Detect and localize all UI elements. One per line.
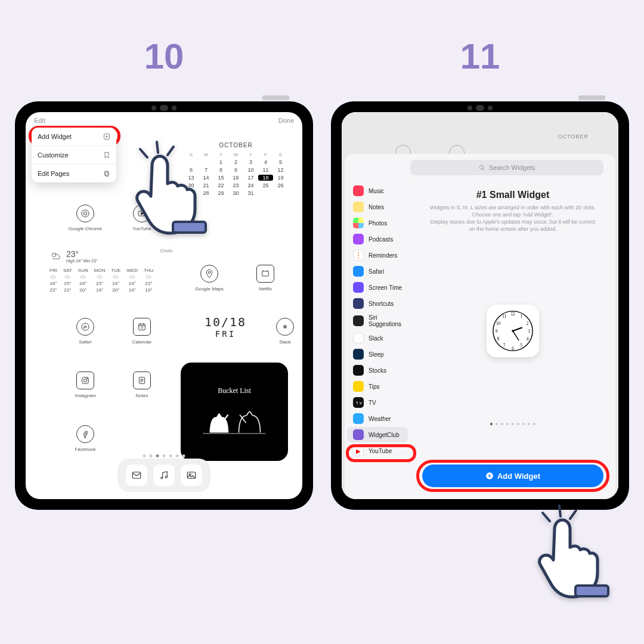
app-safari-label: Safari (61, 339, 109, 345)
app-calendar[interactable]: 31 Calendar (118, 318, 166, 345)
app-list-photos[interactable]: Photos (347, 215, 408, 231)
menu-customize-label: Customize (38, 151, 69, 159)
preview-page-dots[interactable] (422, 423, 603, 425)
app-list-weather[interactable]: Weather (347, 411, 408, 426)
app-netflix[interactable]: Netflix (242, 265, 289, 292)
app-facebook-label: Facebook (61, 447, 109, 452)
svg-text:10: 10 (496, 321, 501, 326)
menu-add-widget-label: Add Widget (38, 133, 72, 140)
app-list-safari[interactable]: Safari (347, 264, 408, 279)
app-chrome[interactable]: Google Chrome (61, 205, 109, 231)
app-list-youtube[interactable]: ▶YouTube (347, 443, 408, 459)
svg-rect-1 (105, 171, 109, 175)
app-list-podcasts[interactable]: Podcasts (347, 231, 408, 247)
svg-point-13 (83, 379, 86, 382)
app-instagram[interactable]: Instagram (61, 371, 109, 398)
app-list-slack[interactable]: ✱Slack (347, 330, 408, 346)
svg-point-14 (87, 378, 88, 379)
app-list-notes[interactable]: Notes (347, 199, 408, 215)
svg-text:6: 6 (512, 346, 514, 351)
app-netflix-label: Netflix (242, 286, 289, 292)
bookmark-icon (103, 151, 110, 159)
menu-add-widget[interactable]: Add Widget (32, 128, 116, 146)
done-label[interactable]: Done (278, 117, 294, 124)
app-list-tv[interactable]: ｔvTV (347, 395, 408, 410)
dock-photos[interactable] (181, 465, 202, 486)
app-instagram-label: Instagram (61, 393, 109, 398)
edit-label[interactable]: Edit (34, 117, 45, 124)
svg-point-41 (512, 330, 514, 332)
app-list-music[interactable]: Music (347, 183, 408, 199)
app-list-sleep[interactable]: Sleep (347, 346, 408, 362)
svg-text:9: 9 (496, 329, 498, 333)
svg-point-17 (161, 477, 163, 479)
hand-cursor-right (519, 501, 620, 605)
app-slack[interactable]: Slack (261, 318, 302, 345)
menu-edit-pages[interactable]: Edit Pages (32, 165, 116, 182)
calendar-widget[interactable]: OCTOBER SMTWTFS1234567891011121314151617… (184, 142, 288, 196)
weather-widget[interactable]: 23° High 24° Min 23° FRI24°23°SAT25°23°S… (49, 249, 181, 293)
clock-widget-preview[interactable]: 123 69 12 45 78 1011 (487, 305, 539, 357)
bucket-list-widget[interactable]: Bucket List (181, 363, 288, 461)
ipad-left: Edit Done Add Widget Customize Edit Page… (15, 101, 313, 510)
app-youtube[interactable]: YouTube (118, 205, 166, 231)
svg-text:8: 8 (497, 336, 500, 341)
bg-month: OCTOBER (558, 134, 589, 140)
add-widget-button[interactable]: Add Widget (422, 465, 603, 487)
app-list-reminders[interactable]: ⋮Reminders (347, 247, 408, 263)
svg-rect-2 (106, 172, 109, 177)
app-slack-label: Slack (261, 339, 302, 345)
context-menu: Add Widget Customize Edit Pages (32, 128, 116, 182)
app-list-shortcuts[interactable]: Shortcuts (347, 296, 408, 311)
step-number-10: 10 (15, 36, 313, 77)
menu-edit-pages-label: Edit Pages (38, 170, 69, 177)
app-list-screen-time[interactable]: Screen Time (347, 280, 408, 295)
weather-location: Chofu (160, 248, 172, 253)
menu-customize[interactable]: Customize (32, 146, 116, 165)
svg-point-3 (82, 210, 89, 217)
preview-desc2: Display issues due to Apple's updates ma… (429, 218, 596, 233)
app-safari[interactable]: Safari (61, 318, 109, 345)
date-value: 10/18 (190, 315, 261, 329)
app-maps[interactable]: Google Maps (185, 265, 233, 292)
widget-app-list[interactable]: MusicNotesPhotosPodcasts⋮RemindersSafari… (345, 154, 410, 499)
svg-line-44 (543, 513, 550, 521)
app-list-tips[interactable]: Tips (347, 379, 408, 394)
add-widget-label: Add Widget (497, 472, 540, 481)
svg-text:7: 7 (503, 343, 506, 348)
app-chrome-label: Google Chrome (61, 226, 109, 231)
app-list-siri-suggestions[interactable]: Siri Suggestions (347, 312, 408, 330)
app-facebook[interactable]: Facebook (61, 425, 109, 452)
widget-sheet: Search Widgets MusicNotesPhotosPodcasts⋮… (345, 154, 615, 499)
ipad-right: OCTOBER Search Widgets MusicNotesPhotosP… (331, 101, 629, 510)
weather-temp: 23° (66, 249, 98, 259)
svg-text:5: 5 (521, 343, 523, 348)
widget-add-icon (103, 133, 110, 140)
app-list-stocks[interactable]: Stocks (347, 363, 408, 378)
app-calendar-label: Calendar (118, 339, 166, 345)
app-notes[interactable]: Notes (118, 371, 166, 398)
date-widget[interactable]: 10/18 FRI (190, 315, 261, 339)
dock-music[interactable] (153, 465, 175, 486)
calendar-title: OCTOBER (184, 142, 288, 148)
app-list-widgetclub[interactable]: WidgetClub (347, 427, 408, 442)
svg-text:4: 4 (527, 336, 529, 341)
cats-icon (199, 401, 270, 437)
svg-text:12: 12 (510, 312, 515, 317)
svg-text:11: 11 (502, 314, 506, 319)
svg-text:31: 31 (140, 326, 144, 329)
svg-point-9 (82, 323, 89, 330)
step-number-11: 11 (331, 36, 629, 77)
svg-point-18 (165, 476, 167, 478)
dock-mail[interactable] (126, 465, 147, 486)
weather-sub: High 24° Min 23° (66, 259, 98, 263)
preview-desc1: Widgets in S, M, L sizes are arranged in… (429, 204, 596, 218)
plus-icon (485, 472, 494, 480)
pages-icon (103, 170, 110, 177)
clock-icon: 123 69 12 45 78 1011 (491, 309, 534, 352)
page-dots[interactable] (143, 454, 185, 457)
app-youtube-label: YouTube (118, 226, 166, 231)
svg-text:1: 1 (521, 314, 523, 319)
svg-rect-43 (575, 586, 608, 596)
svg-text:3: 3 (528, 329, 531, 333)
